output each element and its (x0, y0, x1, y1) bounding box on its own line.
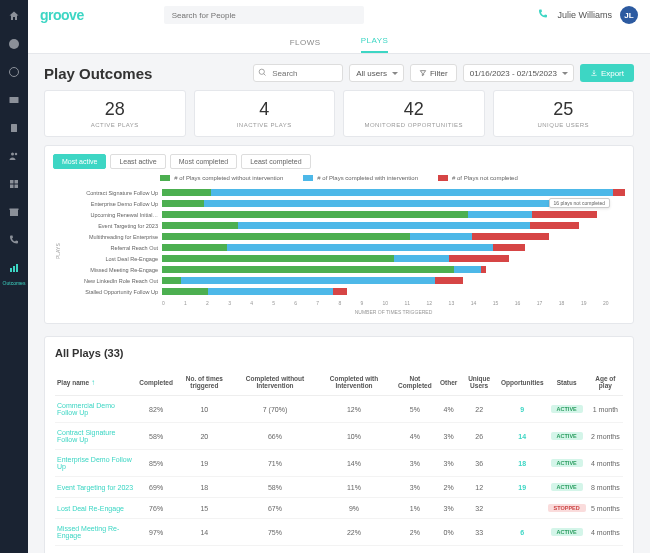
th-triggered[interactable]: No. of times triggered (175, 369, 234, 396)
nav-outcomes-icon[interactable] (6, 260, 22, 276)
th-cwoi[interactable]: Completed without Intervention (234, 369, 316, 396)
bar-row: Stalled Opportunity Follow Up (63, 286, 625, 297)
filter-label: Filter (430, 69, 448, 78)
status-badge: STOPPED (548, 504, 586, 512)
bar-label: Enterprise Demo Follow Up (63, 201, 158, 207)
bar-segment (532, 211, 597, 218)
svg-rect-6 (10, 180, 14, 184)
legend-blue-label: # of Plays completed with intervention (317, 175, 418, 181)
svg-rect-2 (10, 97, 19, 103)
export-label: Export (601, 69, 624, 78)
th-other[interactable]: Other (438, 369, 459, 396)
th-cwi[interactable]: Completed with Intervention (316, 369, 392, 396)
stat-label: INACTIVE PLAYS (203, 122, 327, 128)
play-link[interactable]: Commercial Demo Follow Up (57, 402, 115, 416)
stat-card: 25UNIQUE USERS (493, 90, 635, 137)
opportunity-link[interactable]: 6 (520, 529, 524, 536)
play-link[interactable]: Contract Signature Follow Up (57, 429, 115, 443)
search-people-input[interactable] (164, 6, 364, 24)
svg-rect-3 (11, 124, 17, 132)
users-filter-dropdown[interactable]: All users (349, 64, 404, 82)
nav-compass-icon[interactable] (6, 64, 22, 80)
stat-label: UNIQUE USERS (502, 122, 626, 128)
svg-rect-11 (10, 209, 19, 211)
tab-flows[interactable]: FLOWS (290, 32, 321, 53)
svg-point-4 (11, 153, 14, 156)
bar-segment (481, 266, 486, 273)
nav-outcomes-label: Outcomes (3, 280, 26, 286)
chart-tab[interactable]: Most active (53, 154, 106, 169)
bar-track (162, 189, 625, 196)
stat-value: 4 (203, 99, 327, 120)
nav-grid-icon[interactable] (6, 176, 22, 192)
play-link[interactable]: Enterprise Demo Follow Up (57, 456, 132, 470)
nav-doc-icon[interactable] (6, 120, 22, 136)
th-age[interactable]: Age of play (588, 369, 623, 396)
bar-row: Event Targeting for 2023 (63, 220, 625, 231)
opportunity-link[interactable]: 19 (518, 484, 526, 491)
bar-row: Enterprise Demo Follow Up (63, 198, 625, 209)
bar-segment (162, 189, 211, 196)
phone-icon[interactable] (537, 8, 549, 22)
filter-button[interactable]: Filter (410, 64, 457, 82)
table-row: Lost Deal Re-Engage 76% 15 67% 9% 1% 3% … (55, 498, 623, 519)
avatar[interactable]: JL (620, 6, 638, 24)
nav-archive-icon[interactable] (6, 204, 22, 220)
svg-rect-8 (10, 185, 14, 189)
table-row: Contract Signature Follow Up 58% 20 66% … (55, 423, 623, 450)
bar-segment (208, 288, 333, 295)
bar-track (162, 222, 625, 229)
bar-segment (333, 288, 347, 295)
bar-label: Missed Meeting Re-Engage (63, 267, 158, 273)
nav-mail-icon[interactable] (6, 92, 22, 108)
bar-label: Contract Signature Follow Up (63, 190, 158, 196)
th-opps[interactable]: Opportunities (499, 369, 546, 396)
bar-row: Lost Deal Re-Engage (63, 253, 625, 264)
stats-row: 28ACTIVE PLAYS4INACTIVE PLAYS42MONITORED… (44, 90, 634, 137)
status-badge: ACTIVE (551, 528, 583, 536)
chart-tab[interactable]: Most completed (170, 154, 237, 169)
opportunity-link[interactable]: 9 (520, 406, 524, 413)
bar-segment (449, 255, 509, 262)
bar-track (162, 288, 625, 295)
bar-label: Multithreading for Enterprise (63, 234, 158, 240)
bar-segment (493, 244, 525, 251)
bar-track: 16 plays not completed (162, 211, 625, 218)
play-link[interactable]: Event Targeting for 2023 (57, 484, 133, 491)
svg-point-15 (259, 69, 264, 74)
th-notc[interactable]: Not Completed (392, 369, 438, 396)
nav-phone-icon[interactable] (6, 232, 22, 248)
nav-home-icon[interactable] (6, 8, 22, 24)
bar-segment (238, 222, 530, 229)
tab-plays[interactable]: PLAYS (361, 30, 389, 53)
opportunity-link[interactable]: 18 (518, 460, 526, 467)
stat-value: 28 (53, 99, 177, 120)
nav-play-icon[interactable] (6, 36, 22, 52)
date-range-picker[interactable]: 01/16/2023 - 02/15/2023 (463, 64, 574, 82)
th-play[interactable]: Play name ↑ (55, 369, 137, 396)
bar-track (162, 277, 625, 284)
play-link[interactable]: Missed Meeting Re-Engage (57, 525, 119, 539)
chart-tab[interactable]: Least completed (241, 154, 310, 169)
table-row: Missed Meeting Re-Engage 97% 14 75% 22% … (55, 519, 623, 546)
table-row: Event Targeting for 2023 69% 18 58% 11% … (55, 477, 623, 498)
svg-rect-9 (15, 185, 19, 189)
bar-row: Missed Meeting Re-Engage (63, 264, 625, 275)
th-status[interactable]: Status (546, 369, 588, 396)
export-button[interactable]: Export (580, 64, 634, 82)
chart-tab[interactable]: Least active (110, 154, 165, 169)
table-row: Multithreading for Enterprise 66% 17 52%… (55, 546, 623, 554)
bar-segment (204, 200, 593, 207)
bar-row: Referral Reach Out (63, 242, 625, 253)
th-unique[interactable]: Unique Users (459, 369, 499, 396)
play-link[interactable]: Lost Deal Re-Engage (57, 505, 124, 512)
chart-tabs: Most activeLeast activeMost completedLea… (53, 154, 625, 169)
sort-arrow-icon: ↑ (91, 378, 95, 387)
opportunity-link[interactable]: 14 (518, 433, 526, 440)
nav-people-icon[interactable] (6, 148, 22, 164)
th-completed[interactable]: Completed (137, 369, 175, 396)
bar-segment (211, 189, 614, 196)
stat-value: 25 (502, 99, 626, 120)
svg-rect-10 (10, 210, 18, 216)
page-title: Play Outcomes (44, 65, 152, 82)
